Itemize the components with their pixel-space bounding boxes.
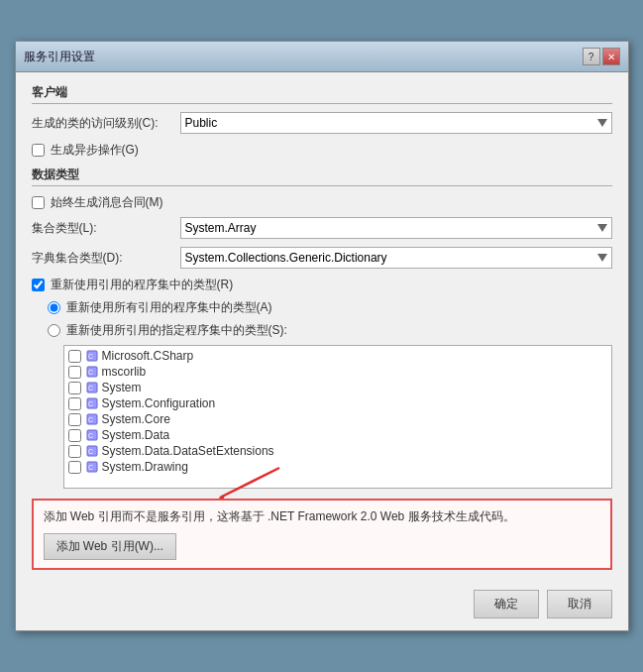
- svg-text:C: C: [88, 464, 93, 471]
- assembly-icon: C: [85, 349, 99, 363]
- assembly-checkbox[interactable]: [68, 397, 81, 410]
- svg-text:C: C: [88, 448, 93, 455]
- list-item: C System.Drawing: [64, 459, 611, 475]
- svg-text:C: C: [88, 432, 93, 439]
- assembly-name: System.Configuration: [102, 396, 216, 410]
- assembly-checkbox[interactable]: [68, 413, 81, 426]
- list-item: C Microsoft.CSharp: [64, 348, 611, 364]
- collection-type-label: 集合类型(L):: [32, 220, 180, 237]
- assembly-name: System.Data: [102, 428, 170, 442]
- footnote-text: 添加 Web 引用而不是服务引用，这将基于 .NET Framework 2.0…: [44, 508, 600, 525]
- assembly-checkbox[interactable]: [68, 429, 81, 442]
- dialog-body: 客户端 生成的类的访问级别(C): Public Internal 生成异步操作…: [16, 72, 628, 582]
- svg-text:C: C: [88, 416, 93, 423]
- client-divider: [32, 103, 612, 104]
- reuse-all-radio[interactable]: [48, 301, 60, 314]
- async-checkbox-row: 生成异步操作(G): [32, 142, 612, 159]
- assembly-checkbox[interactable]: [68, 461, 81, 474]
- svg-text:C: C: [88, 369, 93, 376]
- assembly-checkbox[interactable]: [68, 445, 81, 458]
- assembly-icon: C: [85, 460, 99, 474]
- async-checkbox[interactable]: [32, 144, 45, 157]
- assembly-icon: C: [85, 444, 99, 458]
- assembly-list: C Microsoft.CSharp C mscorlib C S: [64, 346, 611, 477]
- help-button[interactable]: ?: [583, 48, 600, 65]
- assembly-icon: C: [85, 365, 99, 379]
- access-level-label: 生成的类的访问级别(C):: [32, 115, 180, 132]
- message-contract-label: 始终生成消息合同(M): [51, 194, 163, 211]
- message-contract-checkbox[interactable]: [32, 196, 45, 209]
- service-reference-settings-dialog: 服务引用设置 ? ✕ 客户端 生成的类的访问级别(C): Public Inte…: [15, 41, 629, 631]
- list-item: C System: [64, 380, 611, 395]
- reuse-types-checkbox[interactable]: [32, 279, 45, 291]
- reuse-types-row: 重新使用引用的程序集中的类型(R): [32, 277, 612, 293]
- list-item: C System.Data.DataSetExtensions: [64, 443, 611, 459]
- data-types-section-title: 数据类型: [32, 167, 612, 183]
- assembly-name: mscorlib: [102, 365, 147, 379]
- collection-type-row: 集合类型(L): System.Array System.Collections…: [32, 217, 612, 239]
- collection-type-select[interactable]: System.Array System.Collections.Generic.…: [180, 217, 612, 239]
- access-level-row: 生成的类的访问级别(C): Public Internal: [32, 112, 612, 134]
- svg-text:C: C: [88, 385, 93, 392]
- svg-text:C: C: [88, 353, 93, 360]
- dict-type-label: 字典集合类型(D):: [32, 250, 180, 267]
- dialog-footer: 确定 取消: [16, 582, 628, 630]
- footnote-wrapper: 添加 Web 引用而不是服务引用，这将基于 .NET Framework 2.0…: [32, 499, 612, 570]
- client-section-title: 客户端: [32, 84, 612, 101]
- assembly-list-container[interactable]: C Microsoft.CSharp C mscorlib C S: [63, 345, 612, 489]
- reuse-specified-radio[interactable]: [48, 324, 60, 337]
- add-web-reference-button[interactable]: 添加 Web 引用(W)...: [44, 533, 176, 560]
- close-button[interactable]: ✕: [602, 48, 620, 65]
- assembly-checkbox[interactable]: [68, 366, 81, 379]
- title-buttons: ? ✕: [583, 48, 620, 65]
- async-label: 生成异步操作(G): [51, 142, 139, 159]
- assembly-icon: C: [85, 396, 99, 410]
- access-level-select[interactable]: Public Internal: [180, 112, 612, 134]
- reuse-all-row: 重新使用所有引用的程序集中的类型(A): [48, 299, 612, 316]
- list-item: C mscorlib: [64, 364, 611, 380]
- dialog-title: 服务引用设置: [24, 49, 95, 65]
- assembly-icon: C: [85, 381, 99, 394]
- list-item: C System.Core: [64, 411, 611, 427]
- message-contract-row: 始终生成消息合同(M): [32, 194, 612, 211]
- ok-button[interactable]: 确定: [474, 590, 539, 618]
- assembly-icon: C: [85, 428, 99, 442]
- assembly-checkbox[interactable]: [68, 350, 81, 363]
- dict-type-row: 字典集合类型(D): System.Collections.Generic.Di…: [32, 247, 612, 269]
- assembly-name: System.Data.DataSetExtensions: [102, 444, 274, 458]
- footnote-box: 添加 Web 引用而不是服务引用，这将基于 .NET Framework 2.0…: [32, 499, 612, 570]
- reuse-types-label: 重新使用引用的程序集中的类型(R): [51, 277, 234, 293]
- list-item: C System.Configuration: [64, 395, 611, 411]
- assembly-name: System.Drawing: [102, 460, 188, 474]
- assembly-name: System: [102, 381, 142, 394]
- assembly-name: System.Core: [102, 412, 170, 426]
- data-types-divider: [32, 185, 612, 186]
- assembly-name: Microsoft.CSharp: [102, 349, 194, 363]
- list-item: C System.Data: [64, 427, 611, 443]
- title-bar: 服务引用设置 ? ✕: [16, 42, 628, 72]
- dict-type-select[interactable]: System.Collections.Generic.Dictionary: [180, 247, 612, 269]
- reuse-specified-label: 重新使用所引用的指定程序集中的类型(S):: [66, 322, 287, 339]
- cancel-button[interactable]: 取消: [547, 590, 612, 618]
- svg-text:C: C: [88, 400, 93, 407]
- assembly-checkbox[interactable]: [68, 382, 81, 394]
- assembly-icon: C: [85, 412, 99, 426]
- reuse-specified-row: 重新使用所引用的指定程序集中的类型(S):: [48, 322, 612, 339]
- reuse-all-label: 重新使用所有引用的程序集中的类型(A): [66, 299, 272, 316]
